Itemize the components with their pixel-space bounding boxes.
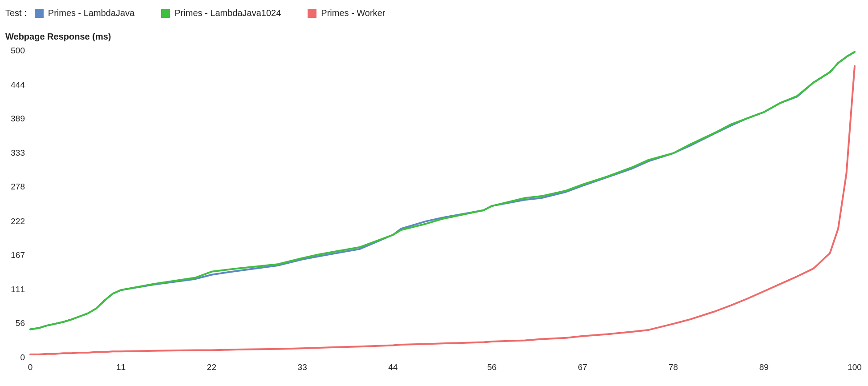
y-tick-label: 222 (11, 217, 25, 226)
legend-item-2[interactable]: Primes - Worker (308, 8, 385, 18)
y-axis-title: Webpage Response (ms) (4, 32, 864, 42)
series-line-1 (30, 52, 855, 330)
x-tick-label: 89 (759, 362, 769, 372)
x-tick-label: 44 (388, 362, 398, 372)
legend-text: Primes - LambdaJava1024 (174, 8, 281, 18)
legend-text: Primes - LambdaJava (48, 8, 135, 18)
plot-area: 0561111672222783333894445000112233445667… (5, 46, 864, 375)
x-tick-label: 22 (207, 362, 216, 372)
x-tick-label: 56 (487, 362, 497, 372)
y-tick-label: 56 (16, 318, 25, 328)
legend-item-1[interactable]: Primes - LambdaJava1024 (161, 8, 281, 18)
legend-swatch-icon (161, 9, 170, 18)
legend-text: Primes - Worker (321, 8, 385, 18)
x-tick-label: 78 (669, 362, 678, 372)
legend-label: Test : (5, 8, 27, 18)
x-tick-label: 11 (116, 362, 126, 372)
x-tick-label: 100 (848, 362, 862, 372)
chart-svg: 0561111672222783333894445000112233445667… (5, 46, 864, 375)
y-tick-label: 333 (11, 148, 25, 157)
y-tick-label: 500 (11, 46, 25, 55)
y-tick-label: 167 (11, 250, 25, 260)
series-line-2 (30, 66, 855, 355)
y-tick-label: 278 (11, 182, 25, 191)
legend: Test : Primes - LambdaJava Primes - Lamb… (4, 8, 864, 18)
legend-item-0[interactable]: Primes - LambdaJava (35, 8, 135, 18)
y-tick-label: 111 (11, 285, 25, 294)
x-tick-label: 67 (578, 362, 587, 372)
legend-swatch-icon (308, 9, 316, 18)
legend-swatch-icon (35, 9, 44, 18)
x-tick-label: 33 (298, 362, 307, 372)
x-tick-label: 0 (28, 362, 33, 372)
series-line-0 (30, 52, 855, 330)
y-tick-label: 389 (11, 114, 25, 123)
y-tick-label: 0 (20, 353, 25, 362)
y-tick-label: 444 (11, 80, 25, 89)
chart-container: Test : Primes - LambdaJava Primes - Lamb… (0, 0, 868, 386)
